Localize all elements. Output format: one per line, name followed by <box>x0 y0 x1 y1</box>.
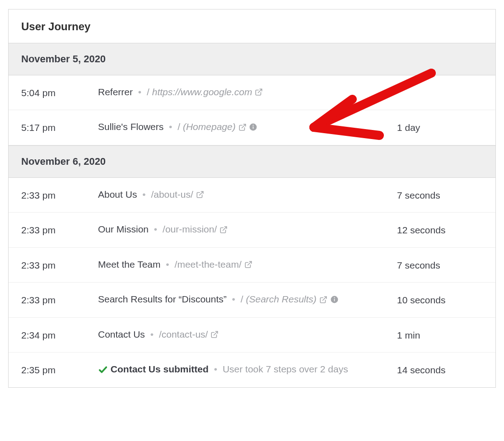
external-link-icon[interactable] <box>244 260 252 269</box>
row-time: 2:33 pm <box>21 258 98 272</box>
row-path: /about-us/ <box>151 189 193 200</box>
row-duration: 7 seconds <box>397 258 483 272</box>
row-time: 5:17 pm <box>21 120 98 135</box>
page-title: Meet the Team <box>98 259 161 269</box>
date-header: November 6, 2020 <box>9 145 495 178</box>
separator-dot: • <box>161 259 175 269</box>
row-main: Contact Us submitted • User took 7 steps… <box>98 362 397 376</box>
row-time: 5:04 pm <box>21 85 98 100</box>
row-duration: 14 seconds <box>397 362 483 377</box>
row-main: Our Mission • /our-mission/ <box>98 223 397 236</box>
row-main: About Us • /about-us/ <box>98 188 397 201</box>
svg-line-6 <box>223 227 227 230</box>
external-link-icon[interactable] <box>319 296 327 304</box>
row-time: 2:35 pm <box>21 362 98 377</box>
page-title: Sullie's Flowers <box>98 121 163 132</box>
date-header: November 5, 2020 <box>9 43 495 75</box>
external-link-icon[interactable] <box>196 190 204 199</box>
separator-dot: • <box>209 364 223 374</box>
svg-line-8 <box>322 297 326 300</box>
separator-dot: • <box>137 189 151 200</box>
journey-row: 2:33 pmMeet the Team • /meet-the-team/ 7… <box>9 248 495 283</box>
row-duration: 1 min <box>397 328 483 342</box>
journey-row: 5:17 pmSullie's Flowers • / (Homepage) 1… <box>9 110 495 145</box>
info-icon[interactable] <box>330 295 339 304</box>
journey-row: 2:34 pmContact Us • /contact-us/ 1 min <box>9 318 495 353</box>
row-time: 2:33 pm <box>21 223 98 237</box>
journey-row: 2:33 pmSearch Results for “Discounts” • … <box>9 283 495 317</box>
svg-point-11 <box>334 297 335 298</box>
path-slash: / <box>177 121 180 132</box>
check-icon <box>98 365 108 375</box>
path-slash: / <box>147 87 149 97</box>
page-title: About Us <box>98 189 137 200</box>
page-title: Our Mission <box>98 224 149 234</box>
row-path: (Homepage) <box>183 121 236 132</box>
separator-dot: • <box>145 329 159 339</box>
row-time: 2:34 pm <box>21 328 98 342</box>
row-path: /our-mission/ <box>163 224 217 234</box>
journey-row: 5:04 pmReferrer • / https://www.google.c… <box>9 75 495 110</box>
row-main: Sullie's Flowers • / (Homepage) <box>98 120 397 134</box>
row-duration <box>397 85 483 86</box>
submitted-title: Contact Us submitted <box>111 364 209 374</box>
page-title: Contact Us <box>98 329 145 339</box>
row-time: 2:33 pm <box>21 292 98 307</box>
svg-rect-10 <box>334 299 335 302</box>
external-link-icon[interactable] <box>210 330 219 339</box>
row-path: (Search Results) <box>246 294 316 304</box>
journey-row: 2:33 pmAbout Us • /about-us/ 7 seconds <box>9 178 495 213</box>
external-link-icon[interactable] <box>219 226 228 234</box>
svg-point-4 <box>253 125 254 126</box>
row-path: /meet-the-team/ <box>175 259 242 269</box>
row-main: Meet the Team • /meet-the-team/ <box>98 258 397 271</box>
row-duration: 10 seconds <box>397 292 483 307</box>
separator-dot: • <box>163 121 177 132</box>
row-path: https://www.google.com <box>152 87 252 97</box>
row-main: Search Results for “Discounts” • / (Sear… <box>98 292 397 306</box>
journey-row: 2:33 pmOur Mission • /our-mission/ 12 se… <box>9 213 495 247</box>
external-link-icon[interactable] <box>255 88 263 96</box>
row-time: 2:33 pm <box>21 188 98 202</box>
row-duration: 1 day <box>397 120 483 135</box>
svg-line-5 <box>199 192 203 195</box>
svg-line-1 <box>242 124 245 128</box>
journey-row: 2:35 pm Contact Us submitted • User took… <box>9 353 495 387</box>
row-duration: 12 seconds <box>397 223 483 237</box>
svg-rect-3 <box>253 126 254 129</box>
svg-line-12 <box>214 331 218 335</box>
separator-dot: • <box>227 294 241 304</box>
row-main: Contact Us • /contact-us/ <box>98 328 397 341</box>
user-journey-panel: User Journey November 5, 20205:04 pmRefe… <box>8 9 496 388</box>
page-title: Search Results for “Discounts” <box>98 294 227 304</box>
separator-dot: • <box>149 224 163 234</box>
separator-dot: • <box>133 87 147 97</box>
page-title: Referrer <box>98 87 133 97</box>
svg-line-7 <box>247 261 251 265</box>
svg-line-0 <box>258 89 262 93</box>
row-extra: User took 7 steps over 2 days <box>223 364 348 374</box>
path-slash: / <box>241 294 243 304</box>
external-link-icon[interactable] <box>238 123 247 131</box>
row-duration: 7 seconds <box>397 188 483 202</box>
row-main: Referrer • / https://www.google.com <box>98 85 397 99</box>
info-icon[interactable] <box>249 123 257 131</box>
row-path: /contact-us/ <box>159 329 208 339</box>
panel-title: User Journey <box>9 9 495 43</box>
